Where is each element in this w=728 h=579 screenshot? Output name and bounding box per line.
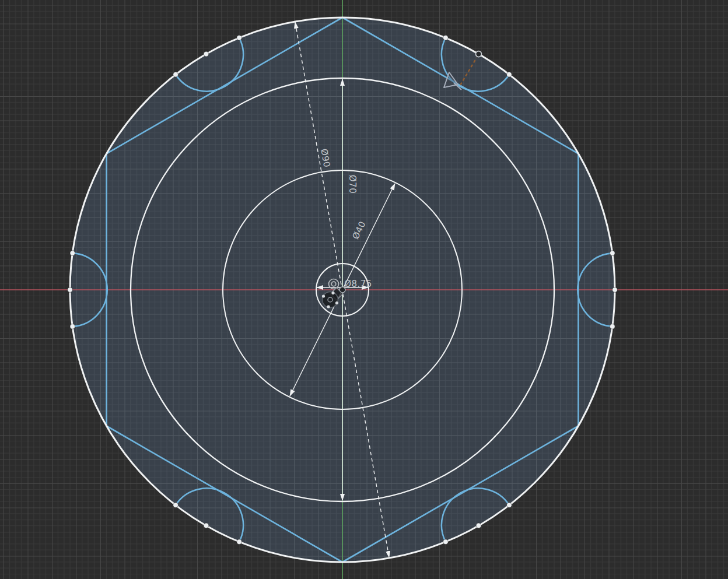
- sketch-vertex[interactable]: [237, 539, 242, 545]
- sketch-vertex[interactable]: [610, 324, 615, 329]
- sketch-vertex[interactable]: [204, 523, 209, 528]
- sketch-vertex[interactable]: [70, 324, 75, 329]
- sketch-vertex[interactable]: [173, 72, 178, 77]
- sketch-vertex[interactable]: [507, 503, 512, 508]
- sketch-canvas[interactable]: Ø90 Ø70 Ø40 Ø8.75: [0, 0, 728, 579]
- sketch-vertex[interactable]: [237, 36, 242, 41]
- dimension-label-8-75[interactable]: Ø8.75: [344, 279, 372, 289]
- sketch-vertex[interactable]: [204, 51, 209, 57]
- sketch-vertex[interactable]: [476, 523, 481, 528]
- hovered-vertex[interactable]: [476, 51, 482, 57]
- sketch-vertex[interactable]: [610, 251, 615, 256]
- sketch-vertex[interactable]: [173, 503, 178, 508]
- sketch-vertex[interactable]: [443, 539, 449, 545]
- dimension-label-70[interactable]: Ø70: [347, 175, 358, 194]
- sketch-vertex[interactable]: [507, 72, 512, 77]
- sketch-vertex[interactable]: [612, 287, 618, 293]
- sketch-viewport[interactable]: Ø90 Ø70 Ø40 Ø8.75: [0, 0, 728, 579]
- sketch-vertex[interactable]: [443, 36, 449, 41]
- sketch-vertex[interactable]: [68, 287, 73, 293]
- sketch-vertex[interactable]: [70, 251, 75, 256]
